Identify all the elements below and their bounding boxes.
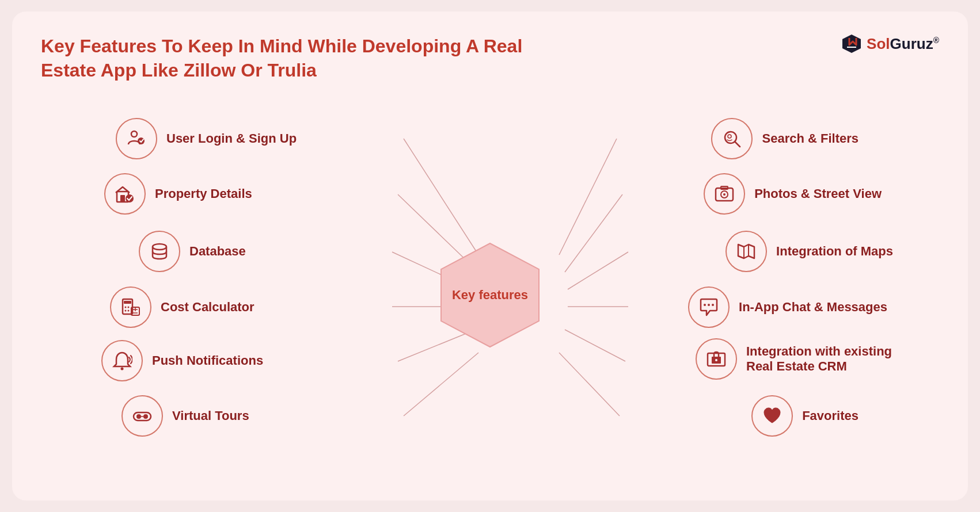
icon-property-details	[104, 173, 146, 215]
feature-label-photos-street: Photos & Street View	[754, 186, 882, 201]
icon-user-login	[116, 118, 157, 159]
feature-push-notifications: Push Notifications	[101, 340, 263, 381]
feature-virtual-tours: Virtual Tours	[121, 395, 249, 437]
svg-point-49	[715, 359, 717, 361]
svg-line-8	[565, 194, 622, 272]
svg-point-33	[143, 414, 148, 419]
icon-favorites	[751, 395, 793, 437]
hexagon-center: Key features	[432, 238, 548, 353]
svg-line-12	[559, 353, 620, 416]
logo: SolGuruz®	[841, 33, 939, 54]
main-card: SolGuruz® Key Features To Keep In Mind W…	[12, 12, 968, 500]
svg-point-25	[128, 310, 130, 312]
crm-icon	[706, 349, 727, 369]
svg-point-45	[708, 304, 710, 306]
feature-label-integration-maps: Integration of Maps	[776, 244, 893, 259]
diagram: Key features User Login & Sign Up Proper…	[41, 100, 939, 491]
svg-marker-41	[738, 244, 754, 258]
svg-rect-21	[124, 301, 131, 304]
feature-database: Database	[139, 231, 246, 272]
feature-label-database: Database	[189, 244, 246, 259]
svg-point-22	[125, 307, 127, 308]
svg-point-15	[138, 137, 145, 144]
svg-point-24	[125, 310, 127, 312]
feature-cost-calculator: Cost Calculator	[110, 286, 255, 328]
chat-icon	[698, 297, 719, 318]
key-features-label: Key features	[452, 287, 528, 304]
svg-line-9	[568, 252, 628, 289]
svg-point-23	[128, 307, 130, 308]
database-icon	[149, 241, 170, 262]
icon-database	[139, 231, 180, 272]
property-icon	[115, 184, 135, 204]
icon-push-notifications	[101, 340, 143, 381]
feature-label-search-filters: Search & Filters	[762, 131, 859, 146]
page-title: Key Features To Keep In Mind While Devel…	[41, 35, 530, 82]
feature-label-cost-calculator: Cost Calculator	[161, 300, 255, 315]
feature-integration-maps: Integration of Maps	[725, 231, 893, 272]
heart-icon	[762, 406, 783, 426]
icon-search-filters	[711, 118, 753, 159]
vr-icon	[132, 406, 153, 426]
feature-search-filters: Search & Filters	[711, 118, 859, 159]
icon-cost-calculator	[110, 286, 151, 328]
icon-inapp-chat	[688, 286, 730, 328]
svg-point-30	[121, 368, 124, 370]
svg-point-44	[704, 304, 706, 306]
svg-point-36	[728, 135, 731, 138]
icon-virtual-tours	[121, 395, 163, 437]
svg-line-7	[559, 139, 617, 255]
svg-point-39	[723, 193, 725, 196]
feature-label-favorites: Favorites	[802, 408, 859, 423]
feature-photos-street: Photos & Street View	[704, 173, 882, 215]
feature-label-property-details: Property Details	[155, 186, 252, 201]
svg-line-6	[404, 353, 478, 416]
logo-icon	[841, 33, 862, 54]
search-icon	[721, 128, 742, 149]
user-login-icon	[126, 128, 147, 149]
svg-point-14	[131, 131, 137, 137]
feature-label-virtual-tours: Virtual Tours	[172, 408, 249, 423]
feature-label-user-login: User Login & Sign Up	[166, 131, 297, 146]
icon-integration-maps	[725, 231, 767, 272]
svg-point-32	[136, 414, 141, 419]
feature-crm: Integration with existing Real Estate CR…	[696, 338, 896, 380]
feature-user-login: User Login & Sign Up	[116, 118, 297, 159]
photo-icon	[714, 184, 735, 204]
feature-label-crm: Integration with existing Real Estate CR…	[746, 344, 896, 374]
feature-label-push-notifications: Push Notifications	[152, 353, 263, 368]
icon-crm	[696, 338, 737, 380]
svg-point-19	[153, 244, 166, 250]
notification-icon	[112, 350, 132, 371]
calculator-icon	[120, 297, 141, 318]
icon-photos-street	[704, 173, 745, 215]
feature-favorites: Favorites	[751, 395, 859, 437]
svg-point-46	[712, 304, 714, 306]
svg-rect-17	[120, 195, 125, 202]
logo-text: SolGuruz®	[867, 35, 939, 52]
svg-line-11	[565, 330, 625, 361]
svg-line-35	[735, 142, 740, 147]
map-icon	[736, 241, 757, 262]
feature-inapp-chat: In-App Chat & Messages	[688, 286, 887, 328]
feature-property-details: Property Details	[104, 173, 252, 215]
feature-label-inapp-chat: In-App Chat & Messages	[739, 300, 887, 315]
